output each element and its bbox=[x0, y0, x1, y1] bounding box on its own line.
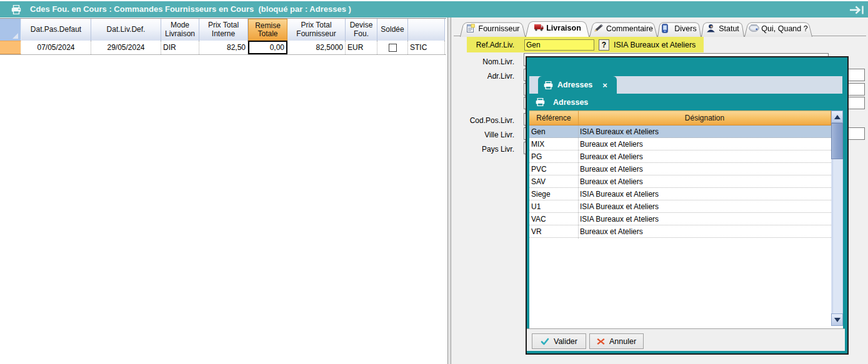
tab-content: Divers bbox=[657, 21, 701, 36]
address-reference-cell: PG bbox=[531, 150, 576, 163]
grid-column-header-remise-totale[interactable]: Remise Totale bbox=[248, 19, 287, 41]
address-row-vr[interactable]: VRBureaux et Ateliers bbox=[529, 225, 831, 238]
annuler-label: Annuler bbox=[609, 337, 636, 346]
address-designation-cell: ISIA Bureaux et Ateliers bbox=[580, 188, 659, 200]
form-label-cod-pos-livr: Cod.Pos.Livr. bbox=[446, 116, 514, 125]
grid-column-header-dat-liv-def-[interactable]: Dat.Liv.Def. bbox=[91, 19, 161, 41]
table-column-separator bbox=[578, 125, 579, 239]
grid-cell[interactable]: 0,00 bbox=[248, 41, 287, 54]
check-icon bbox=[541, 338, 549, 345]
dialog-title: Adresses bbox=[553, 98, 588, 107]
address-row-pg[interactable]: PGBureaux et Ateliers bbox=[529, 150, 831, 163]
scrollbar-thumb[interactable] bbox=[831, 123, 843, 159]
tab-qui-quand[interactable]: Qui, Quand ? bbox=[744, 21, 812, 36]
grid-column-header-prix-total-interne[interactable]: Prix Total Interne bbox=[199, 19, 248, 41]
address-row-u1[interactable]: U1ISIA Bureaux et Ateliers bbox=[529, 200, 831, 213]
grid-cell[interactable]: 82,5000 bbox=[287, 41, 346, 54]
address-designation-cell: Bureaux et Ateliers bbox=[580, 150, 643, 163]
grid-column-header-label: Soldée bbox=[381, 26, 404, 34]
addresses-table-body: GenISIA Bureaux et AteliersMIXBureaux et… bbox=[529, 125, 831, 238]
dialog-tabstrip: Adresses × bbox=[529, 76, 842, 94]
address-designation-cell: ISIA Bureaux et Ateliers bbox=[580, 213, 659, 225]
scrollbar-up-button[interactable] bbox=[831, 111, 843, 123]
grid-cell[interactable]: DIR bbox=[161, 41, 199, 54]
address-reference-cell: VR bbox=[531, 225, 576, 238]
address-designation-cell: Bureaux et Ateliers bbox=[580, 163, 643, 175]
tab-label: Divers bbox=[674, 24, 696, 33]
column-header-reference[interactable]: Référence bbox=[529, 111, 579, 125]
skip-to-end-icon[interactable] bbox=[849, 6, 864, 14]
tab-content: Qui, Quand ? bbox=[744, 21, 812, 36]
grid-column-header-prix-total-fournisseur[interactable]: Prix Total Fournisseur bbox=[287, 19, 346, 41]
grid-select-all-corner[interactable] bbox=[0, 19, 21, 41]
help-button[interactable]: ? bbox=[599, 39, 609, 51]
address-reference-cell: Gen bbox=[531, 125, 576, 138]
grid-column-header-blank[interactable] bbox=[408, 19, 445, 41]
valider-label: Valider bbox=[554, 337, 577, 346]
grid-column-header-sold-e[interactable]: Soldée bbox=[377, 19, 408, 41]
address-designation-cell: Bureaux et Ateliers bbox=[580, 138, 643, 150]
column-header-designation[interactable]: Désignation bbox=[579, 111, 831, 125]
truck-icon bbox=[534, 23, 543, 32]
grid-cell[interactable]: 82,50 bbox=[199, 41, 248, 54]
dialog-title-band: Adresses bbox=[529, 94, 842, 111]
soldee-checkbox-cell[interactable] bbox=[377, 41, 408, 54]
dialog-tab-label: Adresses bbox=[557, 81, 592, 89]
table-scrollbar[interactable] bbox=[831, 111, 843, 326]
address-row-mix[interactable]: MIXBureaux et Ateliers bbox=[529, 138, 831, 150]
grid-column-header-mode-livraison[interactable]: Mode Livraison bbox=[161, 19, 199, 41]
form-label-ville-livr: Ville Livr. bbox=[446, 130, 514, 139]
pencil-icon bbox=[594, 24, 603, 33]
address-reference-cell: U1 bbox=[531, 200, 576, 213]
grid-column-header-label: Devise Fou. bbox=[346, 21, 377, 38]
grid-cell[interactable]: 07/05/2024 bbox=[21, 41, 91, 54]
tab-divers[interactable]: Divers bbox=[657, 21, 701, 36]
tab-livraison[interactable]: Livraison bbox=[526, 19, 589, 36]
tab-label: Fournisseur bbox=[479, 24, 520, 33]
grid-cell[interactable]: 29/05/2024 bbox=[91, 41, 161, 54]
tab-fournisseur[interactable]: Fournisseur bbox=[460, 21, 526, 36]
address-row-sav[interactable]: SAVBureaux et Ateliers bbox=[529, 175, 831, 188]
address-reference-cell: VAC bbox=[531, 213, 576, 225]
address-reference-cell: MIX bbox=[531, 138, 576, 150]
cross-icon bbox=[597, 338, 605, 345]
ref-adr-liv-label: Ref.Adr.Liv. bbox=[446, 41, 514, 49]
address-row-siege[interactable]: SiegeISIA Bureaux et Ateliers bbox=[529, 188, 831, 200]
grid-column-header-devise-fou-[interactable]: Devise Fou. bbox=[346, 19, 377, 41]
grid-cell[interactable]: EUR bbox=[346, 41, 377, 54]
soldee-checkbox[interactable] bbox=[389, 44, 397, 52]
grid-column-header-label: Dat.Liv.Def. bbox=[107, 26, 146, 34]
application-window: Cdes Fou. en Cours : Commandes Fournisse… bbox=[0, 0, 868, 364]
address-row-vac[interactable]: VACISIA Bureaux et Ateliers bbox=[529, 213, 831, 225]
tab-label: Commentaire bbox=[606, 24, 653, 33]
tab-statut[interactable]: Statut bbox=[701, 21, 744, 36]
address-row-gen[interactable]: GenISIA Bureaux et Ateliers bbox=[529, 125, 831, 138]
ref-adr-designation-text: ISIA Bureaux et Ateliers bbox=[614, 41, 696, 49]
tab-commentaire[interactable]: Commentaire bbox=[589, 21, 657, 36]
tab-label: Statut bbox=[719, 24, 739, 33]
dialog-footer: Valider Annuler bbox=[527, 328, 845, 351]
address-designation-cell: Bureaux et Ateliers bbox=[580, 175, 643, 188]
grid-column-header-dat-pas-defaut[interactable]: Dat.Pas.Defaut bbox=[21, 19, 91, 41]
scrollbar-down-button[interactable] bbox=[831, 313, 843, 326]
form-label-pays-livr: Pays Livr. bbox=[446, 145, 514, 154]
dialog-tab-close-icon[interactable]: × bbox=[602, 81, 607, 90]
scrollbar-track[interactable] bbox=[832, 159, 843, 313]
row-selector-cell[interactable] bbox=[0, 41, 21, 54]
dialog-tab-adresses[interactable]: Adresses × bbox=[538, 76, 617, 94]
ref-adr-liv-input[interactable]: Gen bbox=[524, 39, 594, 51]
printer-icon bbox=[11, 5, 21, 14]
address-designation-cell: ISIA Bureaux et Ateliers bbox=[580, 200, 659, 213]
printer-icon bbox=[544, 81, 553, 89]
address-row-pvc[interactable]: PVCBureaux et Ateliers bbox=[529, 163, 831, 175]
printer-icon bbox=[536, 98, 545, 106]
corner-triangle-icon bbox=[12, 33, 18, 39]
grid-cell[interactable]: STIC bbox=[408, 41, 445, 54]
up-arrow-icon bbox=[834, 115, 841, 119]
valider-button[interactable]: Valider bbox=[532, 333, 586, 349]
grid-data-row[interactable]: 07/05/202429/05/2024DIR82,500,0082,5000E… bbox=[0, 41, 446, 55]
address-reference-cell: PVC bbox=[531, 163, 576, 175]
annuler-button[interactable]: Annuler bbox=[589, 333, 644, 349]
adresses-dialog: Adresses × Adresses Référence Désignatio… bbox=[526, 56, 849, 355]
address-reference-cell: SAV bbox=[531, 175, 576, 188]
